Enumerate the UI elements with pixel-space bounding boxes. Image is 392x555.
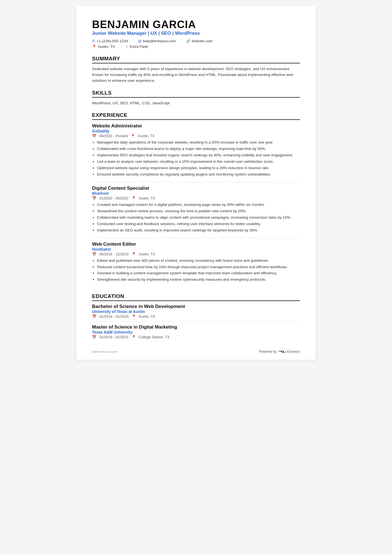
job-title-2: Web Content Editor bbox=[92, 241, 300, 247]
job-block-0: Website Administrator GoDaddy 📅 06/2022 … bbox=[92, 123, 300, 182]
powered-by-text: Powered by bbox=[259, 350, 277, 354]
job-meta-0: 📅 06/2022 - Present 📍 Austin, TX bbox=[92, 134, 300, 138]
job-title-1: Digital Content Specialist bbox=[92, 186, 300, 191]
footer-website: www.enhancv.com bbox=[92, 350, 117, 353]
summary-section: SUMMARY Dedicated website manager with 5… bbox=[92, 56, 300, 84]
bullet-2-1: Reduced content turnaround time by 10% t… bbox=[97, 264, 300, 270]
footer-logo-area: Powered by Enhancv bbox=[259, 349, 300, 354]
brand-name: Enhancv bbox=[287, 350, 300, 354]
job-block-1: Digital Content Specialist Bluehost 📅 01… bbox=[92, 186, 300, 238]
enhancv-logo-svg bbox=[278, 349, 286, 354]
job-location-2: Austin, TX bbox=[139, 252, 155, 256]
skills-title: SKILLS bbox=[92, 90, 300, 98]
extra-field-contact: ☆ Extra Field bbox=[125, 45, 148, 49]
bullet-1-2: Collaborated with marketing teams to ali… bbox=[97, 215, 300, 221]
location-icon: 📍 bbox=[92, 45, 96, 49]
link-icon: 🔗 bbox=[186, 39, 190, 43]
company-name-1: Bluehost bbox=[92, 191, 300, 196]
candidate-title: Junior Website Manager | UX | SEO | Word… bbox=[92, 31, 300, 36]
contact-row-1: ✆ +1-(234)-555-1234 @ help@enhancv.com 🔗… bbox=[92, 39, 300, 44]
edu-school-0: University of Texas at Austin bbox=[92, 309, 300, 314]
bullet-1-3: Conducted user testing and feedback sess… bbox=[97, 221, 300, 227]
enhancv-logo: Enhancv bbox=[278, 349, 300, 354]
job-meta-1: 📅 01/2020 - 05/2022 📍 Austin, TX bbox=[92, 196, 300, 200]
job-location-1: Austin, TX bbox=[139, 196, 155, 200]
linkedin-url: linkedin.com bbox=[192, 39, 213, 43]
header-section: BENJAMIN GARCIA Junior Website Manager |… bbox=[92, 19, 300, 50]
bullet-1-4: Implemented an SEO audit, resulting in i… bbox=[97, 228, 300, 233]
edu-school-1: Texas A&M University bbox=[92, 330, 300, 334]
bullet-0-2: Implemented SEO strategies that boosted … bbox=[97, 152, 300, 158]
job-dates-2: 06/2018 - 12/2019 bbox=[99, 252, 129, 256]
phone-contact: ✆ +1-(234)-555-1234 bbox=[92, 39, 128, 43]
extra-field-text: Extra Field bbox=[130, 45, 148, 49]
edu-calendar-icon-0: 📅 bbox=[92, 314, 96, 319]
phone-icon: ✆ bbox=[92, 39, 95, 43]
job-bullets-0: Managed the daily operations of the corp… bbox=[92, 140, 300, 177]
email-icon: @ bbox=[138, 39, 142, 43]
location-text: Austin, TX bbox=[98, 45, 115, 49]
bullet-0-3: Led a team to analyze user behavior, res… bbox=[97, 159, 300, 165]
edu-meta-0: 📅 01/2014 - 01/2018 📍 Austin, TX bbox=[92, 314, 300, 319]
edu-dates-1: 01/2019 - 01/2021 bbox=[99, 335, 129, 339]
linkedin-contact: 🔗 linkedin.com bbox=[186, 39, 213, 43]
company-name-2: HostGator bbox=[92, 247, 300, 251]
edu-meta-1: 📅 01/2019 - 01/2021 📍 College Station, T… bbox=[92, 335, 300, 339]
location-icon-1: 📍 bbox=[132, 196, 136, 200]
experience-title: EXPERIENCE bbox=[92, 112, 300, 120]
edu-block-0: Bachelor of Science in Web Development U… bbox=[92, 304, 300, 322]
job-dates-1: 01/2020 - 05/2022 bbox=[99, 196, 129, 200]
job-bullets-1: Created and managed content for a digita… bbox=[92, 202, 300, 233]
job-bullets-2: Edited and published over 400 pieces of … bbox=[92, 258, 300, 283]
skills-section: SKILLS WordPress, UX, SEO, HTML, CSS, Ja… bbox=[92, 90, 300, 106]
bullet-1-1: Streamlined the content review process, … bbox=[97, 208, 300, 214]
job-block-2: Web Content Editor HostGator 📅 06/2018 -… bbox=[92, 241, 300, 287]
bullet-0-0: Managed the daily operations of the corp… bbox=[97, 140, 300, 145]
skills-text: WordPress, UX, SEO, HTML, CSS, JavaScrip… bbox=[92, 100, 300, 106]
location-contact: 📍 Austin, TX bbox=[92, 45, 115, 49]
edu-location-icon-1: 📍 bbox=[132, 335, 136, 339]
job-location-0: Austin, TX bbox=[138, 134, 155, 138]
edu-location-0: Austin, TX bbox=[139, 314, 155, 319]
email-address: help@enhancv.com bbox=[143, 39, 176, 43]
bullet-0-4: Optimized website layout using responsiv… bbox=[97, 165, 300, 171]
summary-text: Dedicated website manager with 5 years o… bbox=[92, 66, 300, 84]
star-icon: ☆ bbox=[125, 45, 128, 49]
contact-row-2: 📍 Austin, TX ☆ Extra Field bbox=[92, 45, 300, 50]
edu-dates-0: 01/2014 - 01/2018 bbox=[99, 314, 129, 319]
job-meta-2: 📅 06/2018 - 12/2019 📍 Austin, TX bbox=[92, 252, 300, 256]
bullet-0-5: Ensured website security compliance by r… bbox=[97, 172, 300, 177]
edu-location-1: College Station, TX bbox=[139, 335, 170, 339]
phone-number: +1-(234)-555-1234 bbox=[96, 39, 128, 43]
bullet-2-0: Edited and published over 400 pieces of … bbox=[97, 258, 300, 264]
resume-container: BENJAMIN GARCIA Junior Website Manager |… bbox=[76, 6, 316, 360]
education-section: EDUCATION Bachelor of Science in Web Dev… bbox=[92, 293, 300, 342]
bullet-2-2: Assisted in building a content managemen… bbox=[97, 270, 300, 276]
edu-degree-0: Bachelor of Science in Web Development bbox=[92, 304, 300, 309]
edu-location-icon-0: 📍 bbox=[132, 314, 136, 319]
candidate-name: BENJAMIN GARCIA bbox=[92, 19, 300, 31]
edu-calendar-icon-1: 📅 bbox=[92, 335, 96, 339]
bullet-1-0: Created and managed content for a digita… bbox=[97, 202, 300, 208]
edu-degree-1: Master of Science in Digital Marketing bbox=[92, 324, 300, 330]
location-icon-0: 📍 bbox=[131, 134, 135, 138]
email-contact: @ help@enhancv.com bbox=[138, 39, 176, 43]
bullet-0-1: Collaborated with cross-functional teams… bbox=[97, 146, 300, 152]
job-dates-0: 06/2022 - Present bbox=[99, 134, 128, 138]
edu-block-1: Master of Science in Digital Marketing T… bbox=[92, 324, 300, 342]
calendar-icon-0: 📅 bbox=[92, 134, 96, 138]
page-footer: www.enhancv.com Powered by Enhancv bbox=[92, 349, 300, 354]
location-icon-2: 📍 bbox=[132, 252, 136, 256]
education-title: EDUCATION bbox=[92, 293, 300, 301]
bullet-2-3: Strengthened site security by implementi… bbox=[97, 277, 300, 283]
company-name-0: GoDaddy bbox=[92, 129, 300, 133]
calendar-icon-1: 📅 bbox=[92, 196, 96, 200]
calendar-icon-2: 📅 bbox=[92, 252, 96, 256]
job-title-0: Website Administrator bbox=[92, 123, 300, 129]
summary-title: SUMMARY bbox=[92, 56, 300, 63]
experience-section: EXPERIENCE Website Administrator GoDaddy… bbox=[92, 112, 300, 287]
